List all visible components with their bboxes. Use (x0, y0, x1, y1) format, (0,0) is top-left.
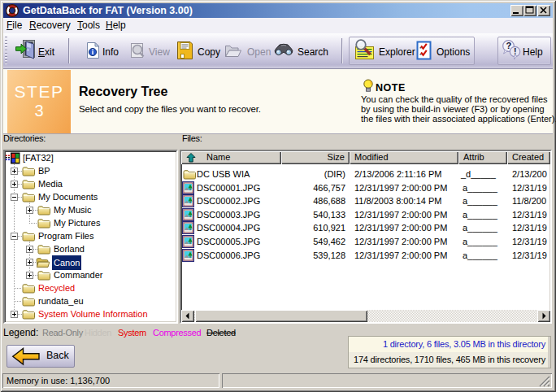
svg-text:!: ! (514, 46, 517, 56)
